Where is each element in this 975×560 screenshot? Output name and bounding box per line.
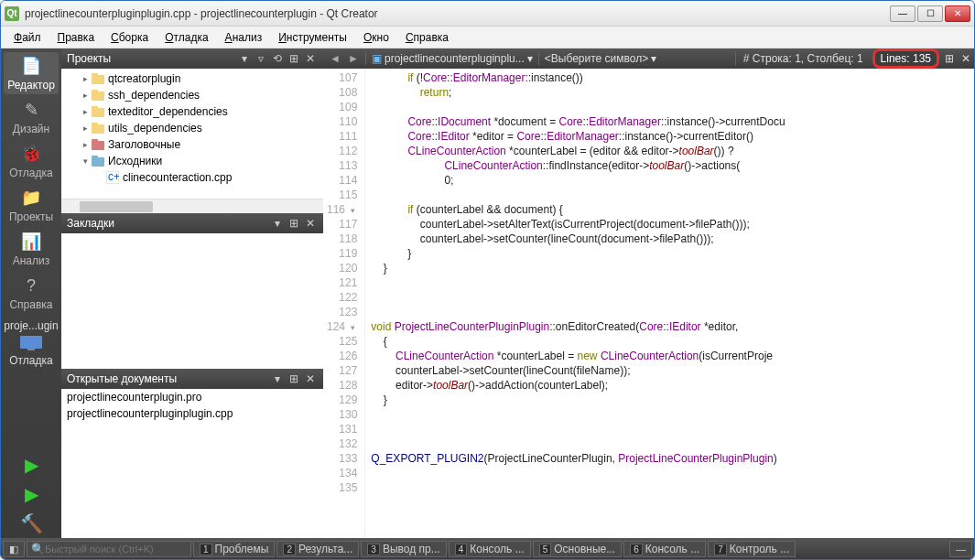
close-button[interactable]: ✕	[945, 5, 970, 22]
nav-back-icon[interactable]: ◄	[327, 51, 343, 66]
code-line[interactable]: return;	[371, 85, 785, 100]
line-number[interactable]: 127	[327, 363, 357, 378]
menu-справка[interactable]: Справка	[398, 29, 456, 46]
line-number[interactable]: 130	[327, 407, 357, 422]
split-icon[interactable]: ⊞	[287, 51, 301, 66]
dropdown-icon[interactable]: ▾	[270, 372, 285, 386]
code-line[interactable]	[371, 407, 785, 422]
locator-search[interactable]: 🔍	[27, 541, 191, 557]
code-line[interactable]: }	[371, 393, 785, 407]
code-line[interactable]: CLineCounterAction *counterLabel = (edit…	[371, 144, 785, 158]
split-icon[interactable]: ⊞	[287, 372, 301, 386]
tree-item[interactable]: ▸utils_dependencies	[61, 120, 323, 136]
line-number[interactable]: 133	[327, 451, 357, 466]
tree-item[interactable]: ▾Исходники	[61, 153, 323, 169]
code-line[interactable]: 0;	[371, 173, 785, 188]
dropdown-icon[interactable]: ▾	[237, 51, 252, 66]
code-line[interactable]: void ProjectLineCounterPluginPlugin::onE…	[371, 319, 785, 334]
code-line[interactable]: if (!Core::EditorManager::instance())	[371, 70, 785, 85]
output-pane-4[interactable]: 4Консоль ...	[449, 541, 531, 557]
code-line[interactable]: if (counterLabel && document) {	[371, 202, 785, 217]
split-icon[interactable]: ⊞	[287, 216, 301, 231]
line-number[interactable]: 120	[327, 261, 357, 275]
code-line[interactable]: Core::IDocument *document = Core::Editor…	[371, 114, 785, 129]
line-number[interactable]: 108	[327, 85, 357, 100]
code-line[interactable]: {	[371, 334, 785, 349]
file-crumb[interactable]: ▣ projectlinecounterpluginplu... ▾	[365, 52, 538, 65]
menu-окно[interactable]: Окно	[356, 29, 396, 46]
code-line[interactable]: Q_EXPORT_PLUGIN2(ProjectLineCounterPlugi…	[371, 451, 785, 466]
mode-проекты[interactable]: 📁Проекты	[4, 184, 59, 226]
debug-button[interactable]: ▶	[16, 481, 46, 507]
document-item[interactable]: projectlinecounterplugin.pro	[61, 389, 323, 405]
line-number[interactable]: 110	[327, 114, 357, 129]
output-pane-3[interactable]: 3Вывод пр...	[361, 541, 446, 557]
toggle-sidebar-button[interactable]: ◧	[3, 541, 25, 557]
code-editor[interactable]: 107 108 109 110 111 112 113 114 115 116 …	[323, 69, 974, 538]
code-line[interactable]: counterLabel->setCounter(lineCount(fileN…	[371, 363, 785, 378]
line-number[interactable]: 131	[327, 422, 357, 436]
menu-правка[interactable]: Правка	[50, 29, 103, 46]
mode-отладка[interactable]: 🐞Отладка	[4, 140, 59, 182]
code-line[interactable]	[371, 188, 785, 202]
mode-справка[interactable]: ?Справка	[4, 272, 59, 314]
menu-инструменты[interactable]: Инструменты	[271, 29, 354, 46]
code-line[interactable]: counterLabel->setAlterText(isCurrentProj…	[371, 217, 785, 232]
line-number[interactable]: 109	[327, 100, 357, 114]
line-number[interactable]: 113	[327, 158, 357, 173]
code-line[interactable]: }	[371, 246, 785, 261]
h-scrollbar[interactable]	[61, 199, 323, 213]
code-line[interactable]: editor->toolBar()->addAction(counterLabe…	[371, 378, 785, 393]
output-pane-5[interactable]: 5Основные...	[533, 541, 623, 557]
line-number[interactable]: 122	[327, 290, 357, 305]
code-line[interactable]: Core::IEditor *editor = Core::EditorMana…	[371, 129, 785, 144]
line-number[interactable]: 119	[327, 246, 357, 261]
symbol-crumb[interactable]: <Выберите символ> ▾	[538, 52, 662, 65]
output-pane-6[interactable]: 6Консоль ...	[623, 541, 706, 557]
line-number[interactable]: 111	[327, 129, 357, 144]
twisty-icon[interactable]: ▾	[80, 156, 91, 166]
document-item[interactable]: projectlinecounterpluginplugin.cpp	[61, 405, 323, 422]
line-number[interactable]: 132	[327, 436, 357, 451]
sync-icon[interactable]: ⟲	[270, 51, 285, 66]
mode-анализ[interactable]: 📊Анализ	[4, 228, 59, 270]
twisty-icon[interactable]: ▸	[80, 124, 91, 133]
output-pane-7[interactable]: 7Контроль ...	[708, 541, 796, 557]
tree-item[interactable]: ▸texteditor_dependencies	[61, 103, 323, 120]
minimize-button[interactable]: —	[890, 5, 915, 22]
code-line[interactable]	[371, 422, 785, 436]
tree-item[interactable]: ▸ssh_dependencies	[61, 87, 323, 103]
line-number[interactable]: 112	[327, 144, 357, 158]
twisty-icon[interactable]: ▸	[80, 107, 91, 116]
build-button[interactable]: 🔨	[16, 511, 46, 536]
pane-close-icon[interactable]: ✕	[303, 372, 318, 386]
dropdown-icon[interactable]: ▾	[270, 216, 285, 231]
target-selector[interactable]: proje...uginОтладка	[4, 319, 59, 367]
line-number[interactable]: 117	[327, 217, 357, 232]
mode-редактор[interactable]: 📄Редактор	[4, 52, 59, 94]
line-number[interactable]: 107	[327, 70, 357, 85]
line-number[interactable]: 135	[327, 480, 357, 495]
line-number[interactable]: 118	[327, 232, 357, 246]
code-line[interactable]	[371, 100, 785, 114]
editor-close-icon[interactable]: ✕	[958, 52, 974, 65]
line-number[interactable]: 116 ▾	[327, 202, 357, 217]
line-number[interactable]: 115	[327, 188, 357, 202]
code-line[interactable]	[371, 480, 785, 495]
code-line[interactable]	[371, 466, 785, 480]
code-line[interactable]	[371, 436, 785, 451]
line-number[interactable]: 125	[327, 334, 357, 349]
search-input[interactable]	[45, 544, 187, 555]
code-line[interactable]	[371, 290, 785, 305]
output-pane-2[interactable]: 2Результа...	[276, 541, 359, 557]
run-button[interactable]: ▶	[16, 452, 46, 478]
twisty-icon[interactable]: ▸	[80, 74, 91, 83]
code-line[interactable]: CLineCounterAction::findInstance(editor-…	[371, 158, 785, 173]
menu-файл[interactable]: Файл	[6, 29, 49, 46]
output-pane-1[interactable]: 1Проблемы	[193, 541, 275, 557]
nav-fwd-icon[interactable]: ►	[345, 51, 362, 66]
tree-item[interactable]: ▸Заголовочные	[61, 136, 323, 153]
line-number[interactable]: 121	[327, 275, 357, 290]
line-number[interactable]: 123	[327, 305, 357, 319]
code-line[interactable]: }	[371, 261, 785, 275]
